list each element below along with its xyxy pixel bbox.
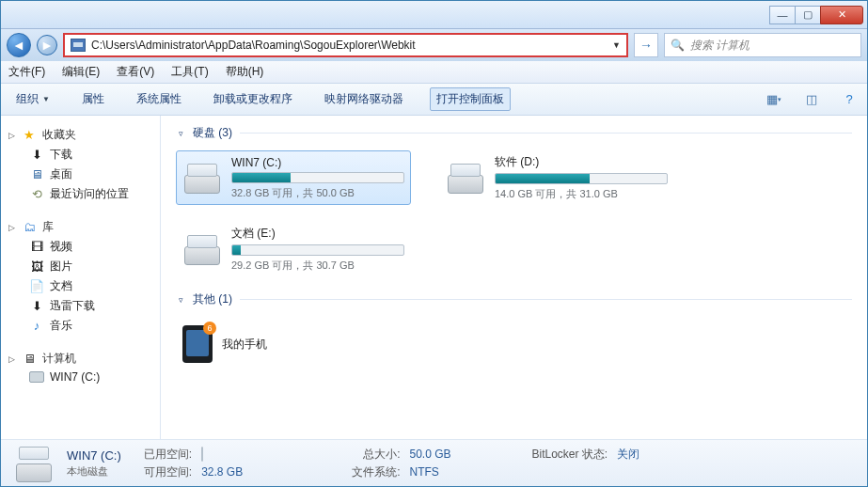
close-button[interactable]: ✕ [820,6,863,24]
back-button[interactable]: ◄ [7,33,31,57]
preview-pane-button[interactable]: ◫ [803,92,820,107]
menu-help[interactable]: 帮助(H) [226,64,264,80]
details-fs-value: NTFS [409,465,522,479]
details-used-label: 已用空间: [144,447,192,463]
computer-icon: 🖥 [22,352,37,367]
menu-view[interactable]: 查看(V) [117,64,154,80]
device-name: 我的手机 [222,337,404,353]
menu-bar: 文件(F) 编辑(E) 查看(V) 工具(T) 帮助(H) [1,61,867,84]
details-fs-label: 文件系统: [352,464,400,480]
go-button[interactable]: → [634,33,658,57]
details-used-bar [201,448,342,461]
notification-badge: 6 [203,322,216,335]
drive-name: 文档 (E:) [231,226,404,242]
details-pane: WIN7 (C:) 本地磁盘 已用空间: 总大小: 50.0 GB BitLoc… [1,439,867,486]
drive-icon [10,445,57,482]
content-area: ▿硬盘 (3) WIN7 (C:)32.8 GB 可用，共 50.0 GB软件 … [161,116,867,439]
forward-button[interactable]: ► [37,35,57,55]
drive-icon [182,233,222,265]
minimize-button[interactable]: — [769,6,796,24]
star-icon: ★ [22,128,37,143]
details-total-value: 50.0 GB [409,448,522,461]
details-subtitle: 本地磁盘 [67,464,121,479]
menu-tools[interactable]: 工具(T) [171,64,208,80]
picture-icon: 🖼 [29,259,44,275]
search-placeholder: 搜索 计算机 [690,38,750,54]
document-icon: 📄 [29,279,44,294]
details-bitlocker-label: BitLocker 状态: [531,447,608,463]
download-icon: ⬇ [29,148,44,163]
usage-bar [231,244,404,256]
address-dropdown-icon[interactable]: ▼ [612,40,621,50]
sidebar-item-win7[interactable]: WIN7 (C:) [1,369,160,385]
uninstall-button[interactable]: 卸载或更改程序 [208,88,298,110]
address-bar: ◄ ► C:\Users\Administrator\AppData\Roami… [1,29,867,61]
usage-bar [231,172,404,183]
sys-properties-button[interactable]: 系统属性 [131,88,187,110]
search-icon: 🔍 [671,39,685,52]
sidebar-item-documents[interactable]: 📄文档 [1,276,160,296]
organize-button[interactable]: 组织▼ [10,88,55,110]
drive-name: 软件 (D:) [495,154,668,170]
drive-icon [182,162,222,194]
sidebar-computer-header[interactable]: ▷🖥计算机 [1,349,160,369]
sidebar-item-recent[interactable]: ⟲最近访问的位置 [1,184,160,204]
map-drive-button[interactable]: 映射网络驱动器 [319,88,409,110]
maximize-button[interactable]: ▢ [795,6,821,24]
drive-tile[interactable]: 软件 (D:)14.0 GB 可用，共 31.0 GB [439,150,674,205]
drive-tile[interactable]: 文档 (E:)29.2 GB 可用，共 30.7 GB [176,222,411,276]
drive-stat: 14.0 GB 可用，共 31.0 GB [495,187,668,201]
properties-button[interactable]: 属性 [76,88,110,110]
drive-tile[interactable]: WIN7 (C:)32.8 GB 可用，共 50.0 GB [176,150,411,205]
help-button[interactable]: ? [841,92,858,107]
title-bar: — ▢ ✕ [1,1,867,29]
device-tile[interactable]: 6我的手机 [176,317,411,371]
drive-name: WIN7 (C:) [231,156,404,169]
sidebar-item-videos[interactable]: 🎞视频 [1,237,160,257]
sidebar-favorites-header[interactable]: ▷★收藏夹 [1,125,160,145]
computer-icon [71,39,86,52]
section-other-header[interactable]: ▿其他 (1) [176,291,852,307]
details-bitlocker-value: 关闭 [617,447,711,463]
recent-icon: ⟲ [29,187,44,202]
details-total-label: 总大小: [352,447,400,463]
view-icons-button[interactable]: ▦▾ [765,92,782,107]
library-icon: 🗂 [22,220,37,235]
drive-stat: 29.2 GB 可用，共 30.7 GB [231,259,404,273]
sidebar-item-downloads[interactable]: ⬇下载 [1,145,160,165]
sidebar-item-desktop[interactable]: 🖥桌面 [1,165,160,184]
phone-icon: 6 [182,325,213,363]
navigation-pane: ▷★收藏夹 ⬇下载 🖥桌面 ⟲最近访问的位置 ▷🗂库 🎞视频 🖼图片 📄文档 ⬇… [1,116,161,439]
desktop-icon: 🖥 [29,167,44,182]
sidebar-item-music[interactable]: ♪音乐 [1,316,160,336]
sidebar-item-pictures[interactable]: 🖼图片 [1,257,160,276]
toolbar: 组织▼ 属性 系统属性 卸载或更改程序 映射网络驱动器 打开控制面板 ▦▾ ◫ … [1,84,867,116]
address-input-container[interactable]: C:\Users\Administrator\AppData\Roaming\S… [63,33,628,57]
sidebar-libraries-header[interactable]: ▷🗂库 [1,217,160,237]
drive-stat: 32.8 GB 可用，共 50.0 GB [231,186,404,200]
menu-file[interactable]: 文件(F) [8,64,45,80]
menu-edit[interactable]: 编辑(E) [62,64,100,80]
sidebar-item-xunlei[interactable]: ⬇迅雷下载 [1,296,160,316]
search-box[interactable]: 🔍 搜索 计算机 [664,33,861,57]
address-path: C:\Users\Administrator\AppData\Roaming\S… [91,39,607,52]
details-avail-label: 可用空间: [144,464,192,480]
control-panel-button[interactable]: 打开控制面板 [430,87,511,111]
music-icon: ♪ [29,319,44,334]
usage-bar [495,173,668,184]
video-icon: 🎞 [29,240,44,255]
xunlei-icon: ⬇ [29,299,44,314]
drive-icon [29,371,44,383]
drive-icon [446,162,485,194]
section-hdd-header[interactable]: ▿硬盘 (3) [176,125,852,141]
details-title: WIN7 (C:) [67,448,121,463]
details-avail-value: 32.8 GB [201,465,342,479]
